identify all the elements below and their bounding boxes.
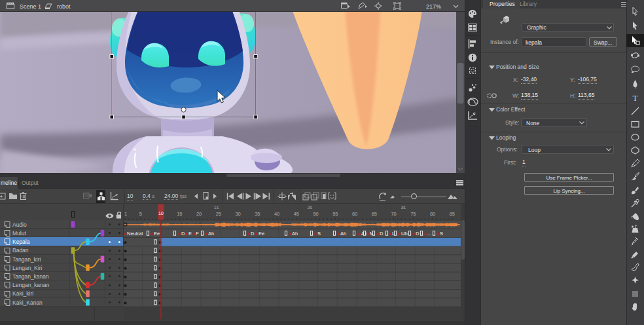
svg-text:65: 65 <box>372 211 377 217</box>
svg-text:20: 20 <box>196 211 202 217</box>
svg-text:75: 75 <box>410 211 416 217</box>
svg-text:30: 30 <box>235 211 240 217</box>
svg-text:5: 5 <box>139 211 142 217</box>
svg-text:Ee: Ee <box>259 231 264 237</box>
svg-text:S: S <box>317 231 321 237</box>
svg-text:D: D <box>251 231 255 237</box>
svg-text:10: 10 <box>158 210 164 216</box>
svg-text:15: 15 <box>177 211 182 217</box>
svg-text:70: 70 <box>391 211 396 217</box>
svg-text:85: 85 <box>450 211 455 217</box>
svg-text:3s: 3s <box>401 205 406 210</box>
svg-text:Ee: Ee <box>154 231 160 237</box>
svg-text:25: 25 <box>216 211 221 217</box>
svg-text:55: 55 <box>332 211 338 217</box>
svg-text:1s: 1s <box>214 205 219 210</box>
svg-text:Ah: Ah <box>208 231 214 237</box>
svg-text:45: 45 <box>294 211 299 217</box>
svg-text:50: 50 <box>313 211 318 217</box>
svg-text:Ah: Ah <box>292 231 298 237</box>
svg-text:E: E <box>188 231 192 237</box>
svg-text:T: T <box>633 93 638 103</box>
svg-text:60: 60 <box>352 211 357 217</box>
svg-text:D: D <box>416 231 420 237</box>
svg-text:...: ... <box>427 231 431 237</box>
svg-text:Ah: Ah <box>340 231 346 237</box>
svg-text:D: D <box>380 231 384 237</box>
svg-text:2s: 2s <box>308 205 313 210</box>
svg-text:Neutral: Neutral <box>127 231 143 237</box>
svg-text:35: 35 <box>255 211 260 217</box>
svg-text:S: S <box>440 231 443 237</box>
svg-text:F: F <box>196 231 199 237</box>
svg-text:80: 80 <box>430 211 435 217</box>
svg-text:40: 40 <box>274 211 279 217</box>
svg-text:Uh: Uh <box>401 231 408 237</box>
svg-text:D: D <box>181 231 185 237</box>
svg-text:1: 1 <box>124 211 127 217</box>
